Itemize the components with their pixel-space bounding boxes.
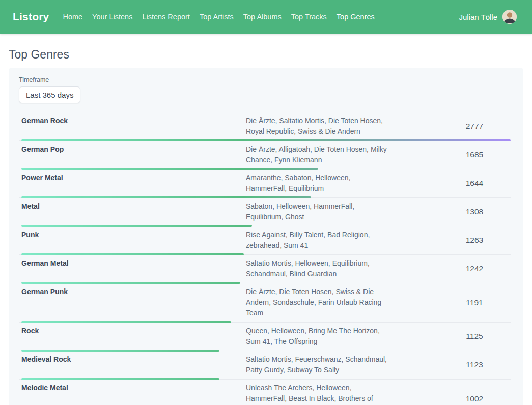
genre-bar (21, 282, 240, 284)
timeframe-label: Timeframe (19, 76, 513, 83)
genre-name: German Punk (21, 286, 246, 319)
genre-bar (21, 378, 219, 380)
nav-item-home[interactable]: Home (63, 13, 82, 21)
genre-row: Medieval Rock Saltatio Mortis, Feuerschw… (19, 351, 513, 380)
main-nav: HomeYour ListensListens ReportTop Artist… (63, 13, 459, 21)
timeframe-filter: Timeframe Last 365 days (19, 76, 513, 103)
genre-count: 1191 (449, 298, 511, 307)
genre-count: 1308 (449, 207, 511, 216)
genre-name: Power Metal (21, 172, 246, 194)
genre-bar (21, 225, 252, 227)
genre-name: Rock (21, 326, 246, 347)
genre-name: Metal (21, 201, 246, 222)
genre-artists: Die Ärzte, Saltatio Mortis, Die Toten Ho… (246, 115, 391, 137)
genre-name: German Pop (21, 144, 246, 165)
page-title: Top Genres (9, 48, 523, 62)
genre-artists: Unleash The Archers, Helloween, HammerFa… (246, 383, 391, 405)
genre-bar (21, 253, 244, 255)
genre-row: Rock Queen, Helloween, Bring Me The Hori… (19, 323, 513, 351)
genre-row: German Pop Die Ärzte, Alligatoah, Die To… (19, 141, 513, 169)
page-content: Top Genres Timeframe Last 365 days Germa… (0, 34, 532, 405)
nav-item-your-listens[interactable]: Your Listens (92, 13, 132, 21)
genre-name: German Rock (21, 115, 246, 137)
genre-name: Melodic Metal (21, 383, 246, 405)
genre-count: 1002 (449, 394, 511, 403)
genre-artists: Die Ärzte, Alligatoah, Die Toten Hosen, … (246, 144, 391, 165)
genre-artists: Saltatio Mortis, Feuerschwanz, Schandmau… (246, 354, 391, 375)
genre-bar (21, 350, 219, 352)
genre-count: 1644 (449, 179, 511, 188)
genre-count: 1123 (449, 360, 511, 369)
genre-row: Punk Rise Against, Billy Talent, Bad Rel… (19, 226, 513, 255)
app-logo[interactable]: Listory (13, 11, 49, 23)
genre-count: 1685 (449, 150, 511, 159)
nav-item-top-tracks[interactable]: Top Tracks (291, 13, 327, 21)
genre-artists: Rise Against, Billy Talent, Bad Religion… (246, 229, 391, 251)
genre-count: 1125 (449, 332, 511, 341)
genre-artists: Queen, Helloween, Bring Me The Horizon, … (246, 326, 391, 347)
genre-bar (21, 321, 231, 323)
genre-artists: Amaranthe, Sabaton, Helloween, HammerFal… (246, 172, 391, 194)
genre-row: German Rock Die Ärzte, Saltatio Mortis, … (19, 112, 513, 141)
genre-row: Metal Sabaton, Helloween, HammerFall, Eq… (19, 198, 513, 226)
genre-count: 2777 (449, 122, 511, 131)
user-avatar-image (502, 10, 517, 24)
user-name[interactable]: Julian Tölle (459, 13, 497, 21)
genre-row: Power Metal Amaranthe, Sabaton, Hellowee… (19, 169, 513, 198)
nav-item-top-artists[interactable]: Top Artists (200, 13, 234, 21)
genre-bar (21, 168, 318, 170)
genre-artists: Die Ärzte, Die Toten Hosen, Swiss & Die … (246, 286, 391, 319)
timeframe-select[interactable]: Last 365 days (19, 86, 80, 103)
nav-item-top-albums[interactable]: Top Albums (243, 13, 282, 21)
genre-count: 1242 (449, 264, 511, 273)
nav-item-top-genres[interactable]: Top Genres (337, 13, 375, 21)
genre-row: German Metal Saltatio Mortis, Helloween,… (19, 255, 513, 283)
genre-name: German Metal (21, 258, 246, 279)
genre-row: German Punk Die Ärzte, Die Toten Hosen, … (19, 283, 513, 323)
genre-name: Punk (21, 229, 246, 251)
genre-artists: Sabaton, Helloween, HammerFall, Equilibr… (246, 201, 391, 222)
genre-bar (21, 196, 311, 198)
genres-table: German Rock Die Ärzte, Saltatio Mortis, … (19, 112, 513, 405)
genre-row: Melodic Metal Unleash The Archers, Hello… (19, 380, 513, 405)
genre-name: Medieval Rock (21, 354, 246, 375)
user-avatar[interactable] (502, 10, 517, 24)
genre-count: 1263 (449, 236, 511, 245)
content-card: Timeframe Last 365 days German Rock Die … (9, 68, 523, 405)
genre-bar (21, 139, 511, 141)
user-menu[interactable]: Julian Tölle (459, 10, 517, 24)
nav-item-listens-report[interactable]: Listens Report (142, 13, 190, 21)
app-header: Listory HomeYour ListensListens ReportTo… (0, 0, 532, 34)
genre-artists: Saltatio Mortis, Helloween, Equilibrium,… (246, 258, 391, 279)
